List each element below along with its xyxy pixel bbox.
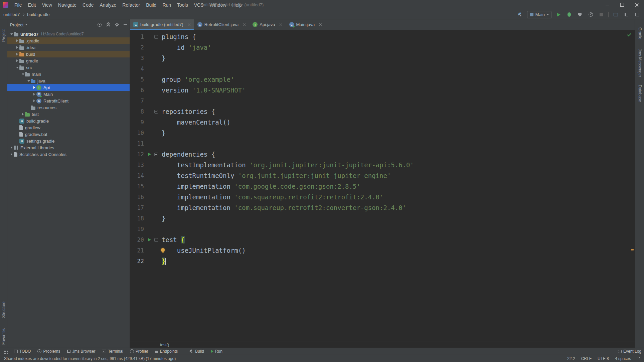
- fold-icon[interactable]: [154, 238, 158, 242]
- breadcrumb-project[interactable]: untitled7: [3, 12, 20, 17]
- breadcrumb-file[interactable]: build.gradle: [27, 12, 49, 17]
- expand-arrow-icon[interactable]: [32, 98, 36, 104]
- expand-arrow-icon[interactable]: [9, 151, 14, 158]
- code-text[interactable]: implementation 'com.google.code.gson:gso…: [159, 181, 635, 192]
- tree-item-gradlew[interactable]: gradlew: [7, 124, 130, 131]
- tree-item-main-class[interactable]: Main: [7, 91, 130, 98]
- tool-window-switcher-icon[interactable]: [3, 349, 7, 354]
- tool-stripe-database[interactable]: Database: [638, 85, 642, 102]
- file-encoding[interactable]: UTF-8: [598, 356, 609, 361]
- expand-arrow-icon[interactable]: [32, 91, 36, 98]
- tool-run[interactable]: Run: [211, 349, 222, 354]
- code-text[interactable]: id 'java': [159, 42, 635, 53]
- code-text[interactable]: dependencies {: [159, 149, 635, 160]
- close-icon[interactable]: [187, 23, 191, 26]
- code-text[interactable]: useJUnitPlatform(): [159, 245, 635, 256]
- tool-stripe-favorites[interactable]: Favorites: [1, 328, 6, 345]
- menu-file[interactable]: File: [11, 0, 25, 10]
- close-icon[interactable]: [279, 23, 283, 26]
- menu-code[interactable]: Code: [79, 0, 97, 10]
- tab-retrofitclient[interactable]: RetrofitClient.java: [194, 19, 250, 30]
- tree-item-retrofitclient[interactable]: RetrofitClient: [7, 98, 130, 104]
- code-text[interactable]: test {: [159, 234, 635, 245]
- fold-icon[interactable]: [154, 110, 158, 114]
- line-separator[interactable]: CRLF: [581, 356, 592, 361]
- tool-problems[interactable]: Problems: [37, 349, 60, 354]
- layout-icon[interactable]: [623, 11, 630, 18]
- close-button[interactable]: [629, 0, 644, 10]
- tree-item-settings-gradle[interactable]: settings.gradle: [7, 138, 130, 144]
- fold-icon[interactable]: [154, 35, 158, 39]
- project-panel-title[interactable]: Project: [10, 22, 23, 27]
- lock-icon[interactable]: [637, 358, 640, 360]
- close-icon[interactable]: [243, 23, 246, 26]
- coverage-button[interactable]: [576, 11, 584, 18]
- tree-item-api[interactable]: Api: [7, 84, 130, 91]
- tool-jms-browser[interactable]: Jms Browser: [67, 349, 95, 354]
- code-text[interactable]: group 'org.example': [159, 74, 635, 85]
- expand-arrow-icon[interactable]: [21, 71, 25, 77]
- tree-item-build-gradle[interactable]: build.gradle: [7, 118, 130, 124]
- tool-stripe-project[interactable]: Project: [1, 29, 6, 42]
- run-config-dropdown[interactable]: Main: [527, 11, 551, 18]
- tree-item-untitled7[interactable]: untitled7H:\Java Codes\untitled7: [7, 31, 130, 37]
- expand-arrow-icon[interactable]: [9, 31, 14, 37]
- code-text[interactable]: testImplementation 'org.junit.jupiter:ju…: [159, 160, 635, 170]
- tree-item-external-libraries[interactable]: External Libraries: [7, 144, 130, 151]
- expand-arrow-icon[interactable]: [15, 44, 19, 51]
- minimize-button[interactable]: [600, 0, 615, 10]
- code-text[interactable]: mavenCentral(): [159, 117, 635, 128]
- expand-arrow-icon[interactable]: [15, 57, 19, 64]
- collapse-all-icon[interactable]: [106, 23, 110, 27]
- menu-view[interactable]: View: [39, 0, 55, 10]
- menu-tools[interactable]: Tools: [174, 0, 191, 10]
- tool-stripe-jms-messenger[interactable]: Jms Messenger: [638, 49, 642, 77]
- tree-item-main[interactable]: main: [7, 71, 130, 77]
- tool-window-icon[interactable]: [2, 21, 6, 25]
- maximize-button[interactable]: [615, 0, 629, 10]
- expand-arrow-icon[interactable]: [15, 37, 19, 44]
- tree-item-src[interactable]: src: [7, 64, 130, 71]
- run-line-icon[interactable]: [148, 153, 151, 156]
- fold-icon[interactable]: [154, 153, 158, 156]
- tool-profiler[interactable]: Profiler: [130, 349, 148, 354]
- menu-build[interactable]: Build: [143, 0, 159, 10]
- expand-arrow-icon[interactable]: [32, 84, 36, 91]
- tool-todo[interactable]: TODO: [14, 349, 31, 354]
- tree-item-resources[interactable]: resources: [7, 104, 130, 111]
- tree-item-build[interactable]: build: [7, 51, 130, 57]
- expand-arrow-icon[interactable]: [15, 64, 19, 71]
- tree-item-test[interactable]: test: [7, 111, 130, 118]
- inspections-ok-icon[interactable]: [627, 33, 631, 37]
- expand-arrow-icon[interactable]: [21, 111, 25, 118]
- tab-main[interactable]: Main.java: [286, 19, 326, 30]
- tool-endpoints[interactable]: Endpoints: [155, 349, 178, 354]
- tree-item-java[interactable]: java: [7, 77, 130, 84]
- breadcrumb-scope[interactable]: test(): [160, 343, 169, 347]
- tool-stripe-gradle[interactable]: Gradle: [638, 27, 642, 39]
- chevron-down-icon[interactable]: [25, 24, 27, 25]
- tree-item-gradle[interactable]: gradle: [7, 57, 130, 64]
- run-line-icon[interactable]: [148, 238, 151, 241]
- menu-analyze[interactable]: Analyze: [97, 0, 120, 10]
- tree-item-idea[interactable]: .idea: [7, 44, 130, 51]
- expand-arrow-icon[interactable]: [9, 144, 14, 151]
- expand-arrow-icon[interactable]: [26, 77, 31, 84]
- code-text[interactable]: }: [159, 213, 635, 224]
- menu-run[interactable]: Run: [159, 0, 174, 10]
- code-editor[interactable]: 1plugins { 2 id 'java' 3} 4 5group 'org.…: [130, 30, 635, 342]
- code-text[interactable]: implementation 'com.squareup.retrofit2:c…: [159, 202, 635, 213]
- code-text[interactable]: plugins {: [159, 31, 635, 42]
- tool-stripe-structure[interactable]: Structure: [1, 302, 6, 318]
- warning-stripe-mark[interactable]: [631, 249, 634, 250]
- code-text[interactable]: }: [159, 128, 635, 138]
- close-icon[interactable]: [319, 23, 322, 26]
- tree-item-scratches[interactable]: Scratches and Consoles: [7, 151, 130, 158]
- code-text[interactable]: repositories {: [159, 106, 635, 117]
- locate-file-icon[interactable]: [98, 23, 102, 27]
- tree-item-gradlew-bat[interactable]: gradlew.bat: [7, 131, 130, 138]
- open-in-browser-icon[interactable]: [612, 11, 619, 18]
- hide-panel-icon[interactable]: [124, 24, 127, 25]
- hide-windows-icon[interactable]: [633, 11, 641, 18]
- tab-build-gradle[interactable]: build.gradle (untitled7): [130, 19, 194, 30]
